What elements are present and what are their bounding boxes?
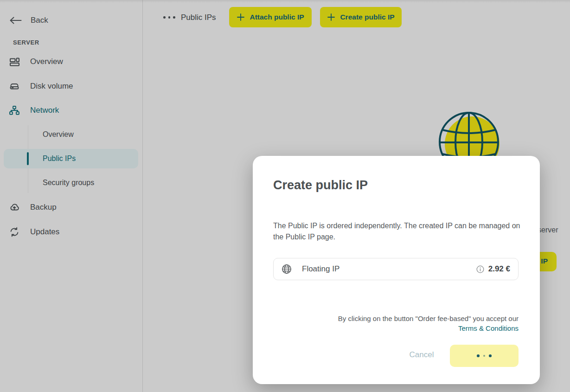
terms-link[interactable]: Terms & Conditions — [458, 324, 519, 332]
attach-public-ip-button[interactable]: Attach public IP — [229, 7, 312, 27]
empty-state-button-label-fragment: IP — [541, 257, 548, 265]
dialog-title: Create public IP — [273, 178, 368, 193]
sidebar-subitem-security-groups[interactable]: Security groups — [0, 174, 142, 191]
back-arrow-icon — [9, 17, 22, 24]
sidebar-item-label: Backup — [30, 203, 57, 212]
loading-dot — [483, 355, 486, 357]
sidebar-subitem-label: Public IPs — [43, 154, 76, 163]
back-button[interactable]: Back — [9, 12, 48, 29]
dialog-description-line1: The Public IP is ordered independently. … — [273, 220, 524, 231]
create-public-ip-button[interactable]: Create public IP — [320, 7, 402, 27]
sidebar-item-network[interactable]: Network — [0, 101, 142, 120]
sidebar-subitem-label: Security groups — [43, 179, 94, 187]
sidebar-section-server: SERVER — [13, 39, 39, 46]
info-icon[interactable] — [476, 265, 484, 273]
loading-dot — [489, 354, 492, 357]
create-public-ip-dialog: Create public IP The Public IP is ordere… — [253, 156, 540, 384]
order-button-loading[interactable] — [450, 345, 519, 367]
more-dots-icon — [163, 16, 175, 19]
globe-icon — [282, 264, 292, 274]
sidebar-item-disk-volume[interactable]: Disk volume — [0, 77, 142, 96]
disk-icon — [9, 81, 20, 92]
cloud-upload-icon — [9, 202, 20, 213]
sidebar-item-label: Overview — [30, 57, 63, 66]
sidebar-subitem-network-overview[interactable]: Overview — [0, 126, 142, 143]
plus-icon — [327, 13, 335, 21]
terms-prefix: By clicking on the button "Order fee-bas… — [338, 315, 519, 322]
ip-price-group: 2.92 € — [476, 264, 510, 274]
sidebar-subitem-public-ips[interactable]: Public IPs — [0, 150, 142, 167]
sidebar: Back SERVER Overview Disk volum — [0, 0, 142, 392]
sidebar-item-backup[interactable]: Backup — [0, 198, 142, 217]
back-label: Back — [31, 16, 48, 25]
dialog-description: The Public IP is ordered independently. … — [273, 220, 524, 243]
ip-type-select[interactable]: Floating IP 2.92 € — [273, 258, 519, 280]
server-network-page: Back SERVER Overview Disk volum — [0, 0, 570, 392]
ip-type-label: Floating IP — [302, 264, 339, 274]
refresh-icon — [9, 226, 20, 238]
empty-state-text-fragment: server — [538, 226, 558, 234]
create-button-label: Create public IP — [340, 13, 394, 21]
dialog-description-line2: the Public IP page. — [273, 231, 524, 243]
sidebar-item-label: Updates — [30, 227, 59, 237]
sidebar-item-overview[interactable]: Overview — [0, 52, 142, 71]
sidebar-item-label: Network — [30, 106, 59, 115]
ip-price: 2.92 € — [488, 264, 510, 274]
sidebar-item-updates[interactable]: Updates — [0, 223, 142, 241]
terms-note: By clicking on the button "Order fee-bas… — [338, 314, 519, 333]
plus-icon — [237, 13, 245, 21]
sidebar-divider — [142, 0, 143, 392]
page-title: Public IPs — [181, 13, 216, 22]
network-icon — [9, 105, 20, 116]
cancel-button[interactable]: Cancel — [400, 349, 443, 360]
sidebar-item-label: Disk volume — [30, 82, 73, 91]
attach-button-label: Attach public IP — [250, 13, 304, 21]
loading-dot — [477, 354, 480, 357]
dashboard-icon — [9, 56, 20, 67]
sidebar-subitem-label: Overview — [43, 130, 74, 139]
